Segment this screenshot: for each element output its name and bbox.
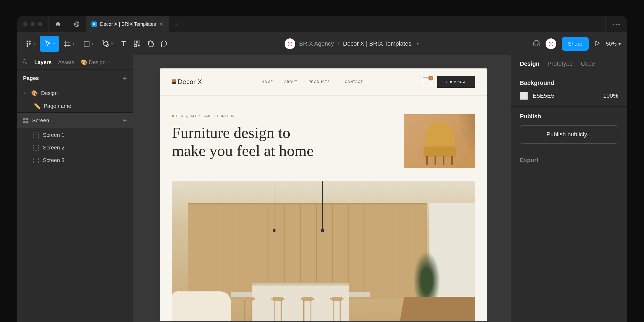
frame-icon bbox=[33, 158, 39, 163]
site-nav: Decor X HOME ABOUT PRODUCTS ⌄ CONTACT 3 bbox=[160, 68, 487, 96]
tab-bar: Decor X | BRIX Templates ✕ + bbox=[17, 16, 627, 32]
user-avatar[interactable] bbox=[546, 38, 556, 49]
text-icon bbox=[120, 40, 127, 47]
color-swatch[interactable] bbox=[520, 92, 528, 100]
svg-rect-9 bbox=[134, 44, 137, 46]
search-icon bbox=[22, 59, 28, 65]
section-icon bbox=[23, 118, 28, 123]
artboard[interactable]: Decor X HOME ABOUT PRODUCTS ⌄ CONTACT 3 bbox=[160, 68, 487, 321]
main-menu-button[interactable]: ▾ bbox=[20, 36, 40, 52]
publish-label: Publish bbox=[520, 113, 618, 120]
window-controls bbox=[17, 16, 49, 32]
layer-item-screen2[interactable]: Screen 2 bbox=[17, 141, 133, 154]
add-frame-button[interactable]: + bbox=[123, 116, 127, 125]
feature-image bbox=[172, 181, 475, 321]
palette-emoji-icon: 🎨 bbox=[31, 90, 38, 96]
breadcrumb-separator: / bbox=[338, 40, 339, 47]
nav-links: HOME ABOUT PRODUCTS ⌄ CONTACT bbox=[262, 80, 363, 84]
more-menu-button[interactable] bbox=[605, 16, 627, 32]
layer-item-screen3[interactable]: Screen 3 bbox=[17, 154, 133, 167]
maximize-window-icon[interactable] bbox=[38, 22, 42, 26]
site-logo: Decor X bbox=[172, 78, 202, 86]
resources-icon bbox=[133, 40, 141, 47]
new-tab-button[interactable]: + bbox=[169, 16, 183, 32]
nav-about: ABOUT bbox=[284, 80, 297, 84]
check-icon: ✓ bbox=[23, 91, 28, 95]
color-hex-input[interactable]: E5E5E5 bbox=[533, 92, 598, 99]
chevron-down-icon: ▾ bbox=[53, 42, 55, 45]
page-item-design[interactable]: ✓ 🎨 Design bbox=[17, 87, 133, 100]
ellipsis-icon bbox=[613, 24, 620, 25]
tab-page-design[interactable]: 🎨 Design ⌃ bbox=[81, 59, 110, 65]
pencil-emoji-icon: ✏️ bbox=[34, 103, 41, 109]
bullet-icon bbox=[172, 115, 174, 117]
background-label: Background bbox=[520, 79, 618, 86]
tab-layers[interactable]: Layers bbox=[34, 59, 52, 65]
layer-name: Screen 2 bbox=[43, 145, 64, 151]
hand-tool-button[interactable] bbox=[144, 36, 157, 52]
file-name[interactable]: Decor X | BRIX Templates bbox=[343, 40, 411, 47]
hero-title: Furniture design to make you feel at hom… bbox=[172, 124, 393, 160]
publish-section: Publish Publish publicly... bbox=[511, 107, 627, 150]
layer-name: Screen 3 bbox=[43, 157, 64, 163]
frame-icon bbox=[33, 145, 39, 151]
canvas[interactable]: Decor X HOME ABOUT PRODUCTS ⌄ CONTACT 3 bbox=[133, 55, 511, 322]
team-avatar[interactable] bbox=[285, 38, 295, 49]
text-tool-button[interactable] bbox=[117, 36, 130, 52]
chevron-down-icon: ▾ bbox=[92, 42, 93, 45]
cart-icon: 3 bbox=[423, 78, 431, 86]
headphones-icon bbox=[533, 39, 540, 47]
chevron-up-icon: ⌃ bbox=[107, 60, 110, 64]
palette-emoji-icon: 🎨 bbox=[81, 59, 87, 65]
frame-icon bbox=[64, 40, 71, 47]
minimize-window-icon[interactable] bbox=[31, 22, 35, 26]
zoom-dropdown[interactable]: 50% ▾ bbox=[606, 41, 624, 47]
chevron-down-icon: ▾ bbox=[73, 42, 74, 45]
pen-tool-button[interactable]: ▾ bbox=[98, 36, 117, 52]
layer-name: Screen 1 bbox=[43, 132, 64, 138]
hand-icon bbox=[147, 40, 154, 47]
audio-button[interactable] bbox=[533, 39, 540, 48]
tab-design[interactable]: Design bbox=[520, 60, 539, 67]
publish-button[interactable]: Publish publicly... bbox=[520, 125, 618, 144]
shop-now-button: SHOP NOW bbox=[437, 76, 475, 88]
zoom-value: 50% bbox=[606, 41, 617, 47]
home-tab-button[interactable] bbox=[49, 16, 67, 32]
screen-section-header[interactable]: Screen + bbox=[17, 112, 133, 129]
close-tab-button[interactable]: ✕ bbox=[159, 21, 164, 27]
chevron-down-icon: ▾ bbox=[111, 42, 113, 45]
tab-assets[interactable]: Assets bbox=[58, 59, 74, 65]
pen-icon bbox=[102, 40, 110, 47]
move-tool-button[interactable]: ▾ bbox=[40, 36, 59, 52]
left-panel: Layers Assets 🎨 Design ⌃ Pages + ✓ 🎨 Des… bbox=[17, 55, 133, 322]
page-item-pagename[interactable]: ✏️ Page name bbox=[17, 100, 133, 112]
present-button[interactable] bbox=[594, 40, 601, 47]
rectangle-icon bbox=[83, 40, 90, 47]
add-page-button[interactable]: + bbox=[123, 74, 127, 82]
logo-mark-icon bbox=[172, 79, 176, 84]
export-section[interactable]: Export bbox=[511, 150, 627, 170]
page-name: Page name bbox=[44, 103, 71, 109]
chevron-down-icon[interactable]: ▾ bbox=[417, 42, 419, 46]
background-section: Background E5E5E5 100% bbox=[511, 73, 627, 107]
chevron-down-icon: ▾ bbox=[618, 41, 621, 47]
pages-section-header: Pages + bbox=[17, 70, 133, 87]
search-button[interactable] bbox=[22, 59, 28, 66]
tab-prototype[interactable]: Prototype bbox=[547, 60, 573, 67]
svg-point-11 bbox=[23, 60, 26, 63]
team-name[interactable]: BRIX Agency bbox=[299, 40, 334, 47]
tab-code[interactable]: Code bbox=[581, 60, 595, 67]
pages-label: Pages bbox=[23, 75, 39, 81]
layer-item-screen1[interactable]: Screen 1 bbox=[17, 129, 133, 141]
shape-tool-button[interactable]: ▾ bbox=[78, 36, 98, 52]
file-tab[interactable]: Decor X | BRIX Templates ✕ bbox=[86, 16, 169, 32]
resources-button[interactable] bbox=[130, 36, 144, 52]
share-button[interactable]: Share bbox=[562, 37, 589, 51]
svg-rect-6 bbox=[84, 41, 89, 46]
figma-logo-icon bbox=[25, 40, 32, 47]
close-window-icon[interactable] bbox=[23, 22, 27, 26]
community-tab-button[interactable] bbox=[67, 16, 86, 32]
color-opacity-input[interactable]: 100% bbox=[603, 92, 618, 99]
comment-tool-button[interactable] bbox=[157, 36, 171, 52]
frame-tool-button[interactable]: ▾ bbox=[59, 36, 78, 52]
